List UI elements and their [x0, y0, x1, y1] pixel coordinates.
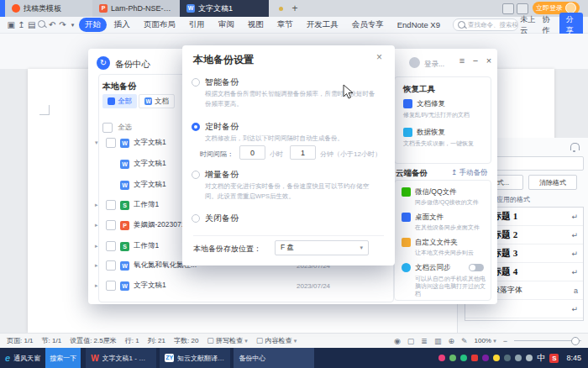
chevron-icon[interactable]: ▾ — [95, 139, 102, 146]
zoom-slider-knob[interactable] — [571, 337, 580, 345]
chevron-down-icon[interactable]: ▾ — [69, 22, 77, 29]
view-write-icon[interactable]: ✎ — [461, 337, 468, 345]
minimize-icon[interactable]: − — [470, 55, 481, 66]
zoom-slider[interactable] — [514, 340, 581, 341]
table-row[interactable]: ▸ W 文字文稿1 2023/07/24 — [95, 277, 385, 294]
command-search-input[interactable]: 查找命令、搜索模板 — [453, 18, 518, 31]
filter-doc-button[interactable]: W 文档 — [139, 94, 175, 108]
redo-icon[interactable]: ↷ — [58, 20, 66, 29]
timed-backup-label[interactable]: 定时备份 — [205, 121, 239, 133]
tray-app-icon[interactable] — [482, 355, 489, 361]
row-checkbox[interactable] — [106, 260, 116, 271]
eye-protect-icon[interactable]: ◉ — [394, 337, 401, 345]
taskbar-item-backup-center[interactable]: 备份中心 — [234, 348, 314, 368]
incremental-backup-radio[interactable] — [192, 171, 200, 179]
taskbar-item-browser[interactable]: e 通风天窗 — [0, 348, 45, 368]
minutes-input[interactable] — [290, 145, 316, 160]
hours-input[interactable] — [239, 145, 265, 160]
tray-app-icon[interactable] — [471, 355, 478, 361]
wechat-files-title[interactable]: 微信/QQ文件 — [415, 187, 457, 197]
collaborate-button[interactable]: 协作 — [543, 14, 553, 36]
row-checkbox[interactable] — [106, 138, 116, 148]
row-checkbox[interactable] — [106, 281, 116, 291]
tab-pdf-document[interactable]: P Lam-PhD-NSE-2020.pdf — [92, 0, 180, 17]
menu-icon[interactable]: ≡ — [456, 55, 468, 66]
tab-docer-template[interactable]: 找稿类模板 — [5, 0, 92, 17]
manual-backup-link[interactable]: ↥ 手动备份 — [451, 168, 487, 178]
preview-icon[interactable] — [38, 20, 46, 29]
taskbar-search-button[interactable]: 搜索一下 — [45, 348, 81, 368]
tray-app-icon[interactable] — [449, 355, 456, 361]
ribbon-tab-view[interactable]: 视图 — [242, 18, 270, 32]
taskbar-item-wps[interactable]: W 文字文稿1 - WPS Of... — [86, 348, 156, 368]
desktop-files-title[interactable]: 桌面文件 — [415, 213, 444, 223]
chevron-icon[interactable]: ▸ — [95, 243, 102, 250]
ribbon-tab-insert[interactable]: 插入 — [108, 18, 136, 32]
chevron-icon[interactable]: ▸ — [95, 202, 102, 208]
data-recover-title[interactable]: 数据恢复 — [417, 128, 445, 138]
cloud-status[interactable]: 未上云 — [520, 14, 535, 36]
ribbon-tab-developer[interactable]: 开发工具 — [301, 18, 344, 32]
ribbon-tab-membership[interactable]: 会员专享 — [346, 18, 390, 32]
row-checkbox[interactable] — [106, 200, 116, 210]
view-outline-icon[interactable]: ≣ — [421, 337, 428, 345]
taskbar-item-zhiyun[interactable]: ZY 知云文献翻译V7.8.0 — [160, 348, 230, 368]
row-checkbox[interactable] — [106, 220, 116, 230]
ribbon-tab-endnote[interactable]: EndNote X9 — [391, 18, 446, 31]
ribbon-tab-references[interactable]: 引用 — [183, 18, 211, 32]
ribbon-tab-section[interactable]: 章节 — [271, 18, 299, 32]
tray-wechat-icon[interactable] — [460, 355, 467, 361]
select-all-row[interactable]: 全选 — [102, 123, 132, 133]
hours-unit: 小时 — [270, 150, 283, 159]
tray-camera-icon[interactable] — [504, 355, 511, 361]
content-check-button[interactable]: ▢ 内容检查 ▾ — [256, 336, 297, 345]
zoom-level[interactable]: 100% ▾ — [475, 337, 496, 344]
clear-format-button[interactable]: 清除格式 — [528, 175, 577, 190]
network-icon[interactable] — [526, 355, 533, 361]
select-all-checkbox[interactable] — [102, 123, 113, 133]
row-checkbox[interactable] — [106, 241, 116, 251]
chevron-icon[interactable]: ▸ — [95, 262, 102, 269]
close-icon[interactable]: × — [483, 55, 495, 66]
smart-backup-radio[interactable] — [192, 78, 200, 87]
bell-icon[interactable] — [570, 143, 580, 150]
save-icon[interactable]: ▣ — [7, 20, 15, 29]
incremental-backup-label[interactable]: 增量备份 — [205, 169, 239, 181]
export-icon[interactable]: ↥ — [17, 20, 25, 29]
ribbon-tab-home[interactable]: 开始 — [79, 18, 107, 32]
disable-backup-label[interactable]: 关闭备份 — [205, 213, 239, 224]
storage-location-select[interactable]: F 盘▾ — [275, 240, 369, 255]
tray-s-icon[interactable]: S — [549, 354, 559, 363]
file-icon: S — [120, 201, 129, 210]
tab-text-document[interactable]: W 文字文稿1 — [180, 0, 269, 17]
doc-cloud-sync-title[interactable]: 文档云同步 — [415, 263, 451, 273]
view-web-icon[interactable]: ▥ — [434, 337, 442, 345]
disable-backup-radio[interactable] — [192, 214, 200, 223]
tray-flower-icon[interactable] — [438, 355, 445, 361]
cloud-sync-toggle[interactable] — [469, 264, 484, 271]
word-count[interactable]: 字数: 20 — [174, 336, 198, 345]
backup-login-link[interactable]: 登录... — [424, 60, 444, 70]
close-icon[interactable]: × — [376, 51, 382, 63]
print-icon[interactable]: ▤ — [28, 20, 36, 29]
undo-icon[interactable]: ↶ — [48, 20, 56, 29]
view-read-icon[interactable]: ⊕ — [448, 337, 454, 345]
tray-app-icon[interactable] — [493, 355, 500, 361]
avatar[interactable] — [409, 57, 420, 68]
custom-folder-title[interactable]: 自定义文件夹 — [415, 238, 458, 248]
view-page-icon[interactable]: ▢ — [407, 337, 415, 345]
timed-backup-radio[interactable] — [192, 123, 200, 131]
smart-backup-label[interactable]: 智能备份 — [205, 76, 239, 88]
chevron-icon[interactable]: ▸ — [95, 222, 102, 229]
ime-indicator[interactable]: 中 — [537, 352, 545, 364]
doc-repair-title[interactable]: 文档修复 — [417, 99, 445, 109]
spell-check-button[interactable]: ▢ 拼写检查 ▾ — [207, 336, 248, 345]
ribbon-tab-page-layout[interactable]: 页面布局 — [138, 18, 181, 32]
filter-all-button[interactable]: 全部 — [102, 94, 137, 108]
zoom-out-icon[interactable]: − — [503, 337, 507, 345]
volume-icon[interactable] — [515, 355, 522, 361]
ribbon-tab-review[interactable]: 审阅 — [213, 18, 240, 32]
chevron-icon[interactable]: ▸ — [95, 282, 102, 289]
layout-mode-icon[interactable] — [502, 3, 514, 14]
new-tab-button[interactable]: + — [288, 2, 302, 15]
